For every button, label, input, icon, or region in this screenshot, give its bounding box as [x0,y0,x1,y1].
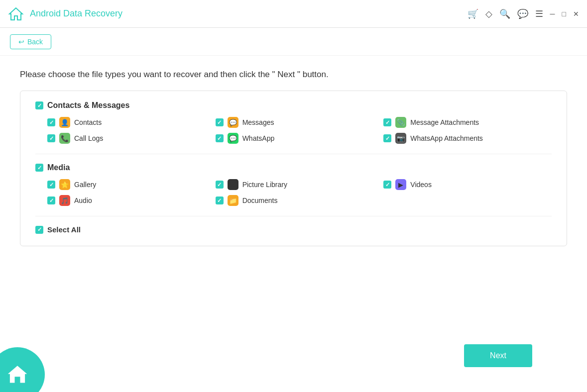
category-contacts-messages-label: Contacts & Messages [47,101,129,110]
audio-label: Audio [74,196,92,204]
back-label: Back [27,38,43,46]
toolbar: ↩ Back [0,28,587,56]
close-button[interactable]: ✕ [573,10,579,18]
checkbox-gallery[interactable] [47,181,55,189]
videos-label: Videos [410,181,432,189]
checkbox-whatsapp[interactable] [216,134,224,142]
list-item: 🎵 Audio [47,195,216,206]
list-item: 💬 WhatsApp [216,133,384,144]
svg-marker-0 [9,8,22,20]
message-attachments-label: Message Attachments [410,118,479,126]
checkbox-select-all[interactable] [35,226,43,234]
message-icon[interactable]: 💬 [517,8,528,19]
app-title: Android Data Recovery [30,8,468,19]
picture-library-label: Picture Library [242,181,287,189]
list-item: 📞 Call Logs [47,133,216,144]
gallery-label: Gallery [74,181,96,189]
section-divider [35,154,552,154]
back-arrow-icon: ↩ [18,38,24,46]
title-actions: 🛒 ◇ 🔍 💬 ☰ ─ □ ✕ [468,8,579,19]
main-content: Please choose the file types you want to… [0,56,587,392]
documents-icon: 📁 [228,195,238,206]
category-media-label: Media [47,163,70,172]
checkbox-documents[interactable] [216,196,224,204]
messages-icon: 💬 [228,117,238,128]
category-contacts-messages: Contacts & Messages [35,101,552,110]
checkbox-audio[interactable] [47,196,55,204]
list-item: 👤 Contacts [47,117,216,128]
menu-icon[interactable]: ☰ [535,8,543,19]
message-attachments-icon: 📎 [395,117,406,128]
category-media: Media [35,163,552,172]
cart-icon[interactable]: 🛒 [468,8,478,19]
list-item: 📁 Documents [216,195,384,206]
checkbox-media[interactable] [35,164,43,172]
titlebar: Android Data Recovery 🛒 ◇ 🔍 💬 ☰ ─ □ ✕ [0,0,587,28]
search-icon[interactable]: 🔍 [499,8,510,19]
maximize-button[interactable]: □ [562,10,566,18]
checkbox-contacts[interactable] [47,118,55,126]
whatsapp-attachments-label: WhatsApp Attachments [410,134,483,142]
instruction-text: Please choose the file types you want to… [20,70,567,80]
select-all-row: Select All [35,225,552,234]
call-logs-label: Call Logs [74,134,103,142]
checkbox-call-logs[interactable] [47,134,55,142]
list-item: ▶ Videos [383,179,552,190]
svg-marker-1 [8,366,27,383]
next-button-wrapper: Next [464,344,532,367]
list-item: 🖼 Picture Library [216,179,384,190]
audio-icon: 🎵 [59,195,70,206]
checkbox-message-attachments[interactable] [383,118,391,126]
call-logs-icon: 📞 [59,133,70,144]
whatsapp-icon: 💬 [228,133,238,144]
back-button[interactable]: ↩ Back [10,34,51,49]
whatsapp-attachments-icon: 📷 [395,133,406,144]
list-item: ⭐ Gallery [47,179,216,190]
titlebar-home-icon[interactable] [8,6,24,22]
documents-label: Documents [242,196,278,204]
whatsapp-label: WhatsApp [242,134,275,142]
checkbox-whatsapp-attachments[interactable] [383,134,391,142]
checkbox-videos[interactable] [383,181,391,189]
shield-icon[interactable]: ◇ [485,8,492,19]
checkbox-contacts-messages[interactable] [35,101,43,109]
contacts-label: Contacts [74,118,102,126]
home-circle-icon [6,364,28,386]
list-item: 📎 Message Attachments [383,117,552,128]
list-item: 💬 Messages [216,117,384,128]
media-grid: ⭐ Gallery 🖼 Picture Library ▶ Videos 🎵 A… [47,179,552,206]
next-button[interactable]: Next [464,344,532,367]
picture-library-icon: 🖼 [228,179,238,190]
minimize-button[interactable]: ─ [550,10,555,18]
contacts-icon: 👤 [59,117,70,128]
videos-icon: ▶ [395,179,406,190]
messages-label: Messages [242,118,274,126]
checkbox-messages[interactable] [216,118,224,126]
gallery-icon: ⭐ [59,179,70,190]
section-divider-2 [35,216,552,216]
checkbox-picture-library[interactable] [216,181,224,189]
list-item: 📷 WhatsApp Attachments [383,133,552,144]
contacts-messages-grid: 👤 Contacts 💬 Messages 📎 Message Attachme… [47,117,552,144]
selection-box: Contacts & Messages 👤 Contacts 💬 Message… [20,91,567,246]
select-all-label: Select All [47,225,81,234]
